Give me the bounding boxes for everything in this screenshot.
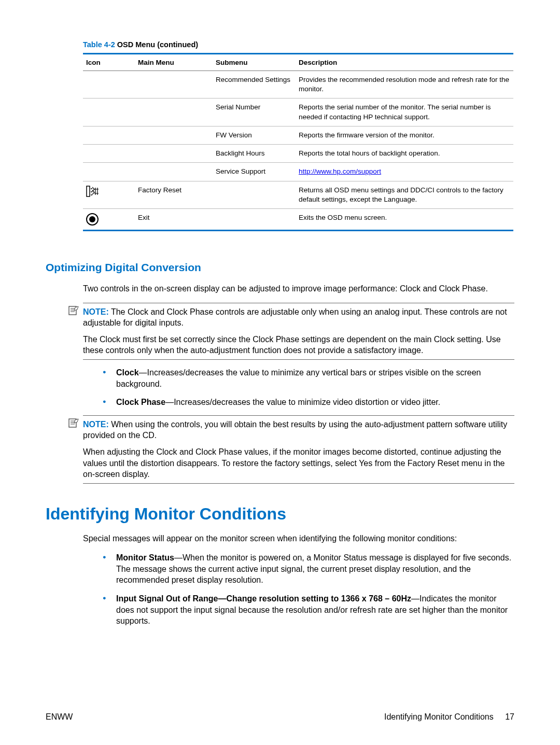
cell-icon bbox=[83, 163, 135, 181]
th-icon: Icon bbox=[83, 54, 135, 71]
note-label: NOTE: bbox=[83, 307, 109, 316]
footer-right: Identifying Monitor Conditions 17 bbox=[384, 712, 514, 722]
table-row: Factory Reset Returns all OSD menu setti… bbox=[83, 181, 513, 208]
note-block: NOTE: When using the controls, you will … bbox=[83, 415, 514, 484]
paragraph: The Clock must first be set correctly si… bbox=[83, 334, 514, 356]
cell-main: Exit bbox=[135, 208, 213, 230]
cell-icon bbox=[83, 71, 135, 99]
paragraph: Special messages will appear on the moni… bbox=[83, 533, 514, 544]
cell-description: Returns all OSD menu settings and DDC/CI… bbox=[296, 181, 513, 208]
cell-description: http://www.hp.com/support bbox=[296, 163, 513, 181]
clockphase-term: Clock Phase bbox=[116, 398, 165, 406]
exit-icon bbox=[86, 213, 99, 226]
cell-description: Reports the serial number of the monitor… bbox=[296, 99, 513, 126]
footer-left: ENWW bbox=[46, 712, 73, 722]
cell-submenu: FW Version bbox=[213, 126, 296, 144]
clock-term: Clock bbox=[116, 368, 139, 377]
table-row: Serial Number Reports the serial number … bbox=[83, 99, 513, 126]
cell-main: Factory Reset bbox=[135, 181, 213, 208]
cell-submenu: Serial Number bbox=[213, 99, 296, 126]
cell-submenu: Service Support bbox=[213, 163, 296, 181]
list-item: Clock—Increases/decreases the value to m… bbox=[103, 367, 514, 389]
table-caption-number: Table 4-2 bbox=[83, 40, 115, 49]
list-item: Clock Phase—Increases/decreases the valu… bbox=[103, 397, 514, 408]
clock-desc: —Increases/decreases the value to minimi… bbox=[116, 368, 481, 388]
cell-description: Exits the OSD menu screen. bbox=[296, 208, 513, 230]
table-row: Service Support http://www.hp.com/suppor… bbox=[83, 163, 513, 181]
bullet-list: Clock—Increases/decreases the value to m… bbox=[103, 367, 514, 408]
cell-main bbox=[135, 99, 213, 126]
cell-submenu: Backlight Hours bbox=[213, 145, 296, 163]
svg-rect-0 bbox=[87, 186, 90, 196]
table-row: Backlight Hours Reports the total hours … bbox=[83, 145, 513, 163]
table-caption: Table 4-2 OSD Menu (continued) bbox=[83, 40, 514, 49]
list-item: Input Signal Out of Range—Change resolut… bbox=[103, 593, 514, 627]
cell-main bbox=[135, 145, 213, 163]
input-signal-term: Input Signal Out of Range—Change resolut… bbox=[116, 594, 411, 603]
cell-icon bbox=[83, 99, 135, 126]
monitor-status-desc: —When the monitor is powered on, a Monit… bbox=[116, 553, 511, 584]
cell-icon bbox=[83, 208, 135, 230]
footer-section-title: Identifying Monitor Conditions bbox=[384, 712, 494, 721]
page-footer: ENWW Identifying Monitor Conditions 17 bbox=[46, 712, 514, 722]
th-main-menu: Main Menu bbox=[135, 54, 213, 71]
note-icon bbox=[68, 418, 79, 431]
cell-icon bbox=[83, 181, 135, 208]
table-caption-title: OSD Menu (continued) bbox=[115, 40, 198, 49]
osd-menu-table: Icon Main Menu Submenu Description Recom… bbox=[83, 53, 513, 231]
th-description: Description bbox=[296, 54, 513, 71]
table-row: Exit Exits the OSD menu screen. bbox=[83, 208, 513, 230]
note-icon bbox=[68, 306, 79, 318]
cell-submenu bbox=[213, 181, 296, 208]
factory-reset-icon bbox=[86, 186, 100, 197]
support-link[interactable]: http://www.hp.com/support bbox=[299, 167, 381, 175]
note-block: NOTE: The Clock and Clock Phase controls… bbox=[83, 303, 514, 360]
heading-identifying-monitor-conditions: Identifying Monitor Conditions bbox=[46, 504, 514, 524]
cell-description: Provides the recommended resolution mode… bbox=[296, 71, 513, 99]
cell-main bbox=[135, 71, 213, 99]
cell-description: Reports the firmware version of the moni… bbox=[296, 126, 513, 144]
list-item: Monitor Status—When the monitor is power… bbox=[103, 552, 514, 586]
cell-icon bbox=[83, 126, 135, 144]
note-text: The Clock and Clock Phase controls are a… bbox=[83, 307, 507, 328]
cell-description: Reports the total hours of backlight ope… bbox=[296, 145, 513, 163]
monitor-status-term: Monitor Status bbox=[116, 553, 174, 562]
note-label: NOTE: bbox=[83, 420, 109, 429]
cell-main bbox=[135, 126, 213, 144]
clockphase-desc: —Increases/decreases the value to minimi… bbox=[165, 398, 440, 406]
heading-optimizing-digital-conversion: Optimizing Digital Conversion bbox=[46, 261, 514, 274]
cell-icon bbox=[83, 145, 135, 163]
bullet-list: Monitor Status—When the monitor is power… bbox=[103, 552, 514, 627]
paragraph: When adjusting the Clock and Clock Phase… bbox=[83, 446, 514, 480]
cell-submenu: Recommended Settings bbox=[213, 71, 296, 99]
th-submenu: Submenu bbox=[213, 54, 296, 71]
note-text: When using the controls, you will obtain… bbox=[83, 420, 507, 440]
paragraph: Two controls in the on-screen display ca… bbox=[83, 283, 514, 294]
page-number: 17 bbox=[505, 712, 514, 721]
cell-main bbox=[135, 163, 213, 181]
svg-point-2 bbox=[89, 216, 95, 222]
table-row: FW Version Reports the firmware version … bbox=[83, 126, 513, 144]
table-row: Recommended Settings Provides the recomm… bbox=[83, 71, 513, 99]
cell-submenu bbox=[213, 208, 296, 230]
